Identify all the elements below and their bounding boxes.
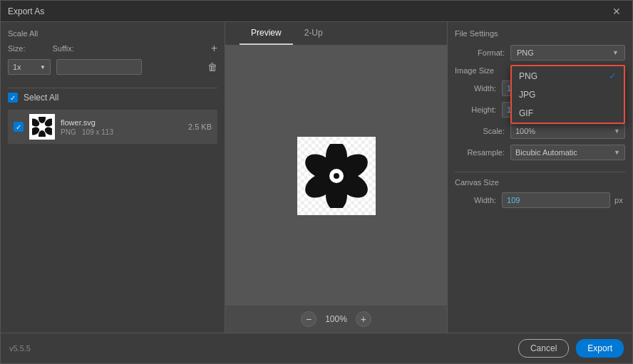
scale-row: Scale: 100% ▼ [455,123,625,139]
format-select-button[interactable]: PNG ▼ [510,45,625,61]
svg-point-0 [38,117,46,123]
preview-controls: − 100% + [225,306,447,333]
export-as-dialog: Export As ✕ Scale All Size: Suffix: + 1x… [0,0,633,364]
zoom-in-button[interactable]: + [356,311,371,327]
tab-2up[interactable]: 2-Up [293,22,334,45]
file-info: flower.svg PNG 109 x 113 [61,118,113,136]
file-thumbnail [29,114,55,140]
svg-point-6 [40,125,44,129]
canvas-size-label: Canvas Size [455,178,625,187]
width-label: Width: [455,84,496,93]
zoom-out-button[interactable]: − [301,311,316,327]
select-all-label: Select All [24,93,58,103]
scale-label: Scale: [455,127,505,135]
bottom-buttons: Cancel Export [518,339,624,358]
resample-dropdown[interactable]: Bicubic Automatic ▼ [510,145,625,160]
version-label: v5.5.5 [9,344,31,353]
add-scale-button[interactable]: + [211,42,217,55]
zoom-level: 100% [325,314,347,324]
preview-area [225,46,447,306]
section-divider [455,172,625,172]
scale-all-label: Scale All [8,29,217,38]
scale-select[interactable]: 1x ▼ [8,59,51,75]
file-settings-label: File Settings [455,29,625,38]
format-row: Format: PNG ▼ PNG ✓ JPG [455,45,625,61]
dialog-title: Export As [8,6,44,16]
file-size: 2.5 KB [188,123,212,131]
resample-dropdown-arrow: ▼ [614,149,620,156]
select-all-row: ✓ Select All [8,93,217,103]
format-option-gif[interactable]: GIF [512,104,624,123]
scale-arrow-icon: ▼ [40,64,46,71]
svg-point-3 [38,130,46,137]
format-option-jpg-label: JPG [519,90,535,100]
delete-scale-button[interactable]: 🗑 [207,61,217,73]
main-content: Scale All Size: Suffix: + 1x ▼ 🗑 ✓ Selec… [1,22,632,333]
flower-image [304,144,369,208]
tab-preview[interactable]: Preview [240,22,293,45]
resample-label: Resample: [455,148,505,157]
size-suffix-row: Size: Suffix: + [8,42,217,55]
title-bar: Export As ✕ [1,1,632,22]
select-all-checkbox[interactable]: ✓ [8,93,18,103]
cancel-button[interactable]: Cancel [518,339,569,358]
canvas-width-label: Width: [455,196,496,204]
file-name: flower.svg [61,118,113,127]
format-option-png-label: PNG [519,71,537,81]
flower-preview [297,137,376,215]
format-label: Format: [455,48,505,57]
canvas-width-input[interactable] [502,192,610,208]
file-meta: PNG 109 x 113 [61,128,113,136]
format-dropdown: PNG ✓ JPG GIF [510,65,625,124]
height-label: Height: [455,105,496,114]
format-option-gif-label: GIF [519,108,533,118]
close-button[interactable]: ✕ [608,4,625,19]
canvas-width-row: Width: px [455,192,625,208]
svg-point-14 [334,173,339,179]
center-panel: Preview 2-Up [225,22,447,333]
right-panel: File Settings Format: PNG ▼ PNG ✓ [447,22,632,333]
preview-tabs: Preview 2-Up [225,22,447,46]
format-option-png[interactable]: PNG ✓ [512,66,624,85]
divider [8,88,217,88]
canvas-width-unit: px [614,196,625,204]
format-dropdown-wrapper: PNG ▼ PNG ✓ JPG GIF [510,45,625,61]
scale-suffix-inputs: 1x ▼ 🗑 [8,59,217,75]
format-arrow-icon: ▼ [612,49,619,56]
suffix-label: Suffix: [52,44,73,53]
file-item: ✓ flower.svg PNG [8,110,217,144]
format-selected-value: PNG [517,48,534,57]
scale-dropdown-arrow: ▼ [614,128,620,135]
export-button[interactable]: Export [576,339,624,358]
bottom-bar: v5.5.5 Cancel Export [1,333,632,363]
scale-dropdown[interactable]: 100% ▼ [510,123,625,139]
resample-row: Resample: Bicubic Automatic ▼ [455,145,625,160]
check-icon: ✓ [609,71,617,81]
left-panel: Scale All Size: Suffix: + 1x ▼ 🗑 ✓ Selec… [1,22,225,333]
file-checkbox[interactable]: ✓ [14,122,24,132]
suffix-input[interactable] [56,59,142,75]
format-option-jpg[interactable]: JPG [512,85,624,104]
size-label: Size: [8,44,25,53]
